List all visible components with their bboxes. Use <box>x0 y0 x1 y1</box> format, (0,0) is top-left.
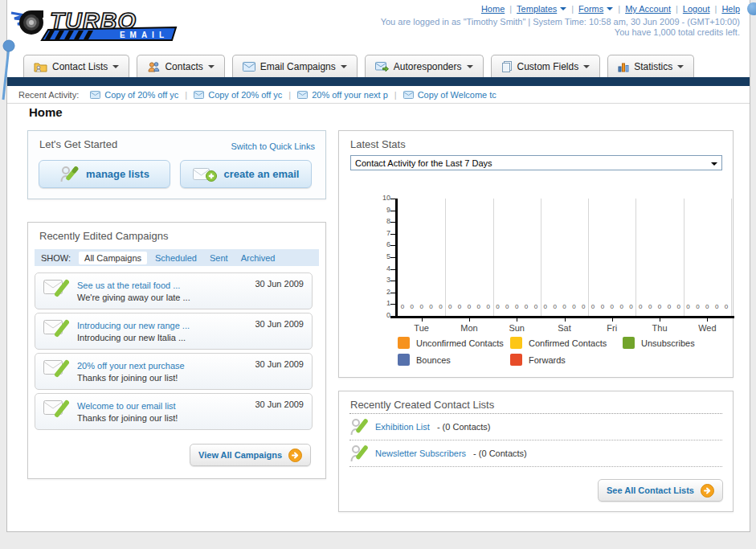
value-label: 0 <box>515 303 518 310</box>
campaign-row: See us at the retail food ...We're givin… <box>35 272 313 309</box>
panel-title: Latest Stats <box>350 138 406 150</box>
tab-contact-lists[interactable]: Contact Lists <box>23 55 129 78</box>
separator <box>505 4 517 14</box>
recent-activity-item[interactable]: Copy of Welcome tc <box>403 90 497 100</box>
campaign-row: 20% off your next purchaseThanks for joi… <box>35 353 313 390</box>
create-email-button[interactable]: create an email <box>180 160 312 188</box>
envelope-icon <box>194 91 204 99</box>
tab-label: Email Campaigns <box>260 61 336 72</box>
stats-report-select[interactable]: Contact Activity for the Last 7 Days <box>350 155 722 170</box>
separator <box>178 90 194 100</box>
tab-contacts[interactable]: Contacts <box>137 55 224 78</box>
filter-archived[interactable]: Archived <box>241 253 276 263</box>
filter-sent[interactable]: Sent <box>210 253 228 263</box>
recent-activity-label: Recent Activity: <box>18 90 79 100</box>
switch-quick-links-link[interactable]: Switch to Quick Links <box>231 141 315 151</box>
contact-list-link[interactable]: Newsletter Subscribers <box>375 449 466 458</box>
tab-email-campaigns[interactable]: Email Campaigns <box>232 55 358 78</box>
value-label: 0 <box>725 303 728 310</box>
top-link-my-account[interactable]: My Account <box>625 4 671 14</box>
value-label: 0 <box>601 303 604 310</box>
list-edit-icon <box>349 444 368 464</box>
y-tick-mark <box>390 293 395 293</box>
x-tick-mark <box>422 318 423 322</box>
create-email-icon <box>193 166 217 183</box>
value-label: 0 <box>611 303 614 310</box>
arrow-right-icon <box>701 484 714 498</box>
value-label: 0 <box>448 303 452 310</box>
campaign-row: Welcome to our email listThanks for join… <box>35 393 313 430</box>
zero-values-group: 00000 <box>401 303 443 310</box>
top-link-forms[interactable]: Forms <box>578 4 613 14</box>
tab-label: Contacts <box>165 61 202 72</box>
see-all-contact-lists-button[interactable]: See All Contact Lists <box>598 479 723 502</box>
app-window: TURBO EMAIL Home Templates Forms My Acco… <box>6 0 750 532</box>
view-all-campaigns-button[interactable]: View All Campaigns <box>190 444 311 466</box>
top-link-templates[interactable]: Templates <box>517 4 566 14</box>
tab-label: Statistics <box>634 61 672 72</box>
select-arrow-icon <box>711 162 717 169</box>
zero-values-group: 00000 <box>591 303 633 310</box>
y-tick-label: 8 <box>371 217 390 225</box>
campaign-subtitle: Thanks for joining our list! <box>77 373 185 383</box>
nav-divider-bar <box>7 77 750 86</box>
tab-autoresponders[interactable]: Autoresponders <box>365 55 484 78</box>
y-tick-label: 7 <box>371 229 390 237</box>
campaign-title-link[interactable]: Introducing our new range ... <box>77 321 190 330</box>
get-started-buttons: manage lists create an email <box>39 160 312 188</box>
y-tick-label: 0 <box>371 311 390 319</box>
separator <box>710 4 722 14</box>
recent-activity-item[interactable]: 20% off your next p <box>297 90 388 100</box>
value-label: 0 <box>411 303 414 310</box>
grid-line <box>684 199 684 316</box>
y-tick-label: 6 <box>371 240 390 248</box>
tab-custom-fields[interactable]: Custom Fields <box>491 55 601 78</box>
value-label: 0 <box>572 303 575 310</box>
campaigns-filter-bar: SHOW: All Campaigns Scheduled Sent Archi… <box>35 249 319 266</box>
campaign-title-link[interactable]: See us at the retail food ... <box>77 281 190 290</box>
chevron-down-icon <box>341 65 347 72</box>
y-tick-mark <box>390 211 395 211</box>
contact-count: - (0 Contacts) <box>473 449 527 458</box>
filter-scheduled[interactable]: Scheduled <box>155 253 197 263</box>
legend-swatch <box>398 337 410 349</box>
legend-item: Bounces <box>398 354 510 366</box>
campaign-date: 30 Jun 2009 <box>255 359 304 369</box>
value-label: 0 <box>648 303 652 310</box>
zero-values-group: 00000 <box>639 303 680 310</box>
x-tick-mark <box>565 318 566 322</box>
panel-title: Let's Get Started <box>39 138 117 150</box>
recent-activity-item[interactable]: Copy of 20% off yc <box>90 90 178 100</box>
campaign-row: Introducing our new range ...Introducing… <box>35 313 313 350</box>
grid-line <box>588 199 589 316</box>
contact-lists-panel: Recently Created Contact Lists Exhibitio… <box>338 391 734 512</box>
campaign-edit-icon <box>43 398 69 419</box>
campaign-title-link[interactable]: Welcome to our email list <box>77 401 178 411</box>
chart-legend: Unconfirmed ContactsConfirmed ContactsUn… <box>398 337 738 366</box>
y-tick-mark <box>390 222 395 223</box>
campaign-date: 30 Jun 2009 <box>255 319 304 329</box>
top-link-home[interactable]: Home <box>481 4 505 14</box>
y-tick-label: 10 <box>371 194 390 202</box>
recent-activity-item[interactable]: Copy of 20% off yc <box>194 90 282 100</box>
value-label: 0 <box>677 303 680 310</box>
contact-list-link[interactable]: Exhibition List <box>375 422 430 432</box>
value-label: 0 <box>639 303 642 310</box>
viewport: TURBO EMAIL Home Templates Forms My Acco… <box>0 0 756 549</box>
legend-swatch <box>398 354 410 366</box>
chevron-down-icon <box>112 65 119 72</box>
top-link-help[interactable]: Help <box>721 4 740 14</box>
x-axis-label: Fri <box>592 323 632 333</box>
campaign-title-link[interactable]: 20% off your next purchase <box>77 361 185 371</box>
annotation-pointer <box>0 39 16 103</box>
value-label: 0 <box>553 303 556 310</box>
value-label: 0 <box>591 303 595 310</box>
manage-lists-button[interactable]: manage lists <box>39 160 170 188</box>
legend-label: Forwards <box>529 355 566 365</box>
contact-count: - (0 Contacts) <box>437 422 491 432</box>
top-link-logout[interactable]: Logout <box>683 4 710 14</box>
dropdown-arrow-icon <box>607 7 613 14</box>
filter-all-campaigns[interactable]: All Campaigns <box>79 252 147 264</box>
x-axis-label: Tue <box>402 323 442 333</box>
tab-statistics[interactable]: Statistics <box>607 55 694 78</box>
